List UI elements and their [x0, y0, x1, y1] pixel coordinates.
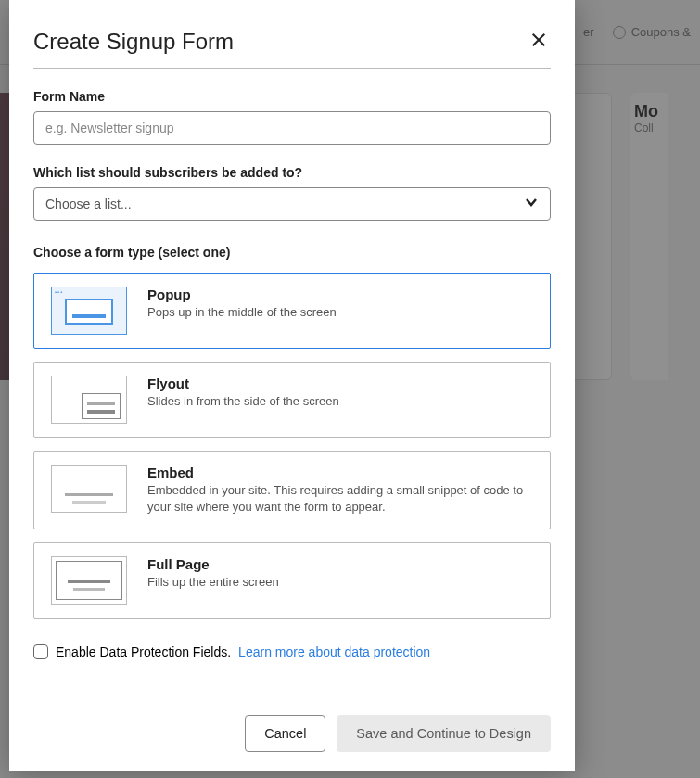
- form-type-fullpage[interactable]: Full Page Fills up the entire screen: [33, 542, 551, 619]
- list-select-wrap: Choose a list...: [33, 187, 551, 221]
- form-type-title: Popup: [147, 287, 533, 302]
- form-name-label: Form Name: [33, 89, 551, 104]
- cancel-button[interactable]: Cancel: [245, 715, 325, 752]
- close-button[interactable]: [527, 28, 551, 55]
- close-icon: [530, 32, 547, 48]
- form-type-desc: Embedded in your site. This requires add…: [147, 482, 533, 516]
- modal-title: Create Signup Form: [33, 29, 234, 55]
- data-protection-label: Enable Data Protection Fields.: [56, 644, 231, 659]
- form-type-desc: Slides in from the side of the screen: [147, 393, 533, 410]
- data-protection-row: Enable Data Protection Fields. Learn mor…: [33, 644, 551, 659]
- form-type-embed[interactable]: Embed Embedded in your site. This requir…: [33, 451, 551, 529]
- list-select[interactable]: Choose a list...: [33, 187, 551, 221]
- form-type-title: Full Page: [147, 556, 533, 572]
- form-type-label: Choose a form type (select one): [33, 245, 551, 260]
- form-type-title: Embed: [147, 465, 533, 480]
- form-type-desc: Pops up in the middle of the screen: [147, 304, 533, 321]
- data-protection-checkbox[interactable]: [33, 644, 48, 659]
- list-label: Which list should subscribers be added t…: [33, 165, 551, 180]
- modal-footer: Cancel Save and Continue to Design: [33, 696, 551, 752]
- form-type-title: Flyout: [147, 376, 533, 391]
- save-continue-button[interactable]: Save and Continue to Design: [337, 715, 551, 752]
- flyout-thumb-icon: [51, 376, 127, 424]
- form-type-popup[interactable]: ••• Popup Pops up in the middle of the s…: [33, 273, 551, 349]
- create-signup-form-modal: Create Signup Form Form Name Which list …: [9, 0, 575, 771]
- fullpage-thumb-icon: [51, 556, 127, 605]
- modal-header: Create Signup Form: [33, 28, 551, 69]
- form-type-flyout[interactable]: Flyout Slides in from the side of the sc…: [33, 362, 551, 438]
- popup-thumb-icon: •••: [51, 287, 127, 335]
- embed-thumb-icon: [51, 465, 127, 513]
- form-type-desc: Fills up the entire screen: [147, 574, 533, 591]
- data-protection-link[interactable]: Learn more about data protection: [238, 644, 430, 659]
- form-name-input[interactable]: [33, 111, 551, 145]
